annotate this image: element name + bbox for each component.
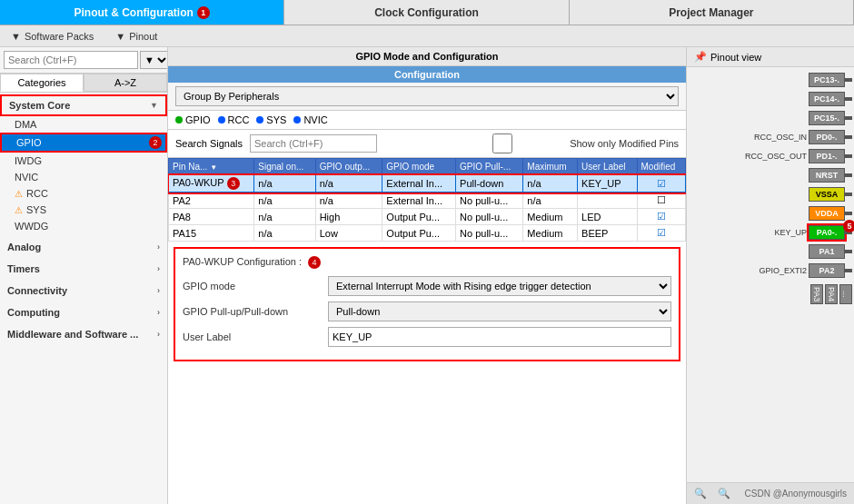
middleware-label: Middleware and Software ... — [7, 329, 138, 340]
sidebar-item-iwdg[interactable]: IWDG — [0, 153, 167, 169]
pin-box-pd0[interactable]: PD0-. — [809, 130, 845, 144]
pin-connector — [845, 212, 852, 215]
pin-box-vdda[interactable]: VDDA — [809, 206, 845, 221]
sub-header-software-packs[interactable]: ▼ Software Packs — [0, 31, 104, 42]
gpio-tab-nvic[interactable]: NVIC — [293, 114, 327, 125]
cell-modified: ☑ — [637, 175, 685, 193]
pin-connector — [845, 250, 852, 253]
th-signal[interactable]: Signal on... — [254, 159, 315, 175]
sidebar-section-connectivity: Connectivity › — [0, 280, 167, 301]
pin-box-vssa[interactable]: VSSA — [809, 187, 845, 202]
config-badge-4: 4 — [308, 256, 321, 269]
chip-area: PC13-. PC14-. PC15-. RCC_OSC_IN PD0-. — [687, 67, 854, 482]
gpio-pull-select[interactable]: Pull-down — [328, 301, 671, 321]
th-gpio-mode[interactable]: GPIO mode — [382, 159, 456, 175]
gpio-tab-sys[interactable]: SYS — [256, 114, 286, 125]
sidebar-section-header-system-core[interactable]: System Core ▼ — [0, 94, 167, 116]
tab-pinout[interactable]: Pinout & Configuration 1 — [0, 0, 284, 25]
sub-header-pinout[interactable]: ▼ Pinout — [104, 31, 168, 42]
pin-box-pc14[interactable]: PC14-. — [809, 92, 845, 106]
cell-gpio-mode: External In... — [382, 193, 456, 209]
cell-signal: n/a — [254, 175, 315, 193]
sidebar-item-nvic[interactable]: NVIC — [0, 169, 167, 185]
cell-gpio-out: Low — [315, 225, 382, 242]
pin-connector — [845, 269, 852, 272]
th-gpio-pull[interactable]: GPIO Pull-... — [456, 159, 523, 175]
gpio-tab-gpio[interactable]: GPIO — [175, 114, 211, 125]
gpio-mode-select[interactable]: External Interrupt Mode with Rising edge… — [328, 276, 671, 296]
user-label-input[interactable] — [328, 327, 671, 347]
pin-pa3[interactable]: PA3 — [810, 284, 823, 304]
sidebar-tab-az[interactable]: A->Z — [84, 74, 167, 92]
sidebar-section-header-timers[interactable]: Timers › — [0, 260, 167, 278]
cell-signal: n/a — [254, 193, 315, 209]
gpio-mode-row: GPIO mode External Interrupt Mode with R… — [183, 276, 671, 296]
pin-box-pc15[interactable]: PC15-. — [809, 111, 845, 125]
sidebar: ▼ ⚙ Categories A->Z System Core ▼ DMA GP… — [0, 47, 168, 504]
gpio-pull-row: GPIO Pull-up/Pull-down Pull-down — [183, 301, 671, 321]
search-signals-label: Search Signals — [175, 138, 243, 149]
show-modified-checkbox[interactable] — [439, 133, 566, 153]
sidebar-section-header-middleware[interactable]: Middleware and Software ... › — [0, 325, 167, 343]
sidebar-tab-categories[interactable]: Categories — [0, 74, 84, 92]
table-row[interactable]: PA8 n/a High Output Pu... No pull-u... M… — [169, 209, 686, 225]
signal-search-input[interactable] — [250, 134, 377, 153]
sidebar-item-sys[interactable]: SYS — [0, 202, 167, 218]
sidebar-item-rcc[interactable]: RCC — [0, 185, 167, 202]
pin-box-nrst[interactable]: NRST — [809, 168, 845, 183]
sidebar-section-header-connectivity[interactable]: Connectivity › — [0, 282, 167, 300]
pin-box-pa2[interactable]: PA2 — [809, 263, 845, 278]
table-row[interactable]: PA15 n/a Low Output Pu... No pull-u... M… — [169, 225, 686, 242]
gpio-tab-rcc[interactable]: RCC — [218, 114, 250, 125]
th-gpio-out[interactable]: GPIO outp... — [315, 159, 382, 175]
zoom-in-button[interactable]: 🔍 — [694, 488, 707, 499]
table-row[interactable]: PA2 n/a n/a External In... No pull-u... … — [169, 193, 686, 209]
cell-pin-name: PA0-WKUP3 — [169, 175, 254, 193]
search-input[interactable] — [4, 51, 138, 69]
computing-label: Computing — [7, 307, 60, 318]
chevron-down-icon-2: ▼ — [115, 31, 125, 42]
analog-label: Analog — [7, 242, 41, 252]
cell-signal: n/a — [254, 209, 315, 225]
sub-header: ▼ Software Packs ▼ Pinout — [0, 25, 854, 47]
tab-project[interactable]: Project Manager — [570, 0, 854, 25]
gpio-dot-blue-nvic — [293, 116, 301, 124]
cell-gpio-mode: Output Pu... — [382, 209, 456, 225]
th-maximum[interactable]: Maximum — [523, 159, 578, 175]
chevron-icon-timers: › — [157, 264, 160, 273]
pin-box-pa0[interactable]: PA0-. 5 — [809, 225, 845, 240]
sidebar-item-dma[interactable]: DMA — [0, 116, 167, 133]
show-modified-label[interactable]: Show only Modified Pins — [439, 133, 679, 153]
pin-pa5[interactable]: ... — [839, 284, 852, 304]
group-by-select[interactable]: Group By Peripherals — [175, 86, 679, 106]
pin-pa4[interactable]: PA4 — [825, 284, 838, 304]
gpio-table-wrapper: Pin Na... ▼ Signal on... GPIO outp... GP… — [168, 158, 686, 242]
bottom-pins: PA3 PA4 ... — [689, 284, 852, 304]
pin-row-pc14: PC14-. — [689, 90, 852, 108]
cell-gpio-pull: Pull-down — [456, 175, 523, 193]
search-select[interactable]: ▼ — [140, 51, 168, 69]
th-pin-name[interactable]: Pin Na... ▼ — [169, 159, 254, 175]
pin-box-pd1[interactable]: PD1-. — [809, 149, 845, 163]
pin-box-pc13[interactable]: PC13-. — [809, 73, 845, 87]
pin-row-pa2: GPIO_EXTI2 PA2 — [689, 262, 852, 280]
gpio-exti2-label: GPIO_EXTI2 — [743, 266, 807, 275]
th-modified[interactable]: Modified — [637, 159, 685, 175]
sidebar-item-wwdg[interactable]: WWDG — [0, 218, 167, 234]
gpio-dot-blue-sys — [256, 116, 263, 124]
config-panel: Configuration — [168, 66, 686, 83]
th-user-label[interactable]: User Label — [578, 159, 637, 175]
zoom-out-button[interactable]: 🔍 — [718, 488, 730, 499]
pin-row-pd0: RCC_OSC_IN PD0-. — [689, 128, 852, 146]
pin-list: PC13-. PC14-. PC15-. RCC_OSC_IN PD0-. — [687, 67, 854, 308]
gpio-dot-green — [175, 116, 183, 124]
sidebar-item-gpio[interactable]: GPIO 2 — [0, 133, 167, 153]
pin-box-pa1[interactable]: PA1 — [809, 244, 845, 259]
config-section: PA0-WKUP Configuration : 4 GPIO mode Ext… — [174, 247, 680, 361]
pin-connector — [845, 116, 852, 120]
sidebar-section-header-analog[interactable]: Analog › — [0, 238, 167, 256]
sidebar-section-header-computing[interactable]: Computing › — [0, 303, 167, 321]
table-row[interactable]: PA0-WKUP3 n/a n/a External In... Pull-do… — [169, 175, 686, 193]
sidebar-search-bar: ▼ ⚙ — [0, 47, 167, 74]
tab-clock[interactable]: Clock Configuration — [284, 0, 569, 25]
